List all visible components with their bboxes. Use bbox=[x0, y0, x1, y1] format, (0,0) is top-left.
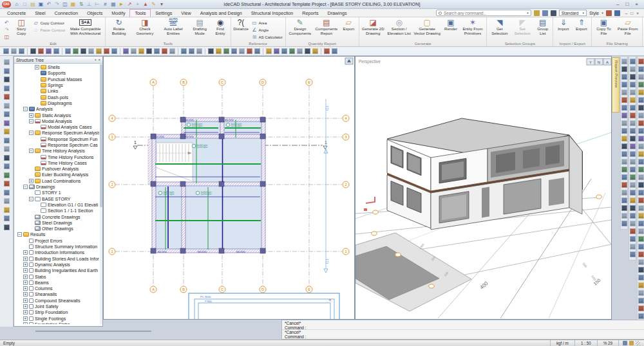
tree-item-building-stories-and-loads-infor[interactable]: +Building Stories And Loads Infor bbox=[15, 256, 99, 262]
checkbox[interactable] bbox=[29, 316, 33, 321]
tool-icon[interactable] bbox=[4, 215, 10, 221]
tool-icon[interactable] bbox=[630, 66, 636, 72]
tool-icon[interactable] bbox=[247, 48, 252, 54]
home-icon[interactable]: ⌂ bbox=[14, 1, 20, 8]
tool-icon[interactable] bbox=[4, 111, 10, 117]
tool-icon[interactable] bbox=[638, 251, 644, 257]
child-close-button[interactable]: × bbox=[636, 11, 639, 15]
expander-icon[interactable]: + bbox=[23, 310, 28, 314]
tool-icon[interactable] bbox=[638, 244, 644, 250]
expander-icon[interactable]: + bbox=[23, 275, 28, 279]
expander-icon[interactable]: + bbox=[35, 65, 39, 69]
tree-item-links[interactable]: Links bbox=[15, 88, 99, 94]
tool-icon[interactable] bbox=[638, 136, 644, 141]
tool-icon[interactable] bbox=[189, 48, 194, 54]
expander-icon[interactable]: + bbox=[23, 298, 28, 303]
tool-icon[interactable] bbox=[216, 48, 222, 54]
tool-icon[interactable] bbox=[289, 48, 295, 54]
import-button[interactable]: ⇓Import bbox=[554, 18, 572, 32]
tool-icon[interactable] bbox=[621, 182, 627, 188]
flag-icon[interactable]: ▲ bbox=[142, 1, 149, 8]
tool-icon[interactable] bbox=[196, 48, 202, 54]
tool-icon[interactable] bbox=[621, 82, 627, 87]
tool-icon[interactable] bbox=[223, 48, 229, 54]
tool-icon[interactable] bbox=[638, 113, 644, 118]
generate-vector-drawing-button[interactable]: ▢Generate Vector Drawing bbox=[413, 18, 442, 35]
tool-icon[interactable] bbox=[638, 159, 644, 165]
tool-icon[interactable] bbox=[638, 259, 644, 265]
tool-icon[interactable] bbox=[638, 120, 644, 126]
tool-icon[interactable] bbox=[297, 48, 303, 54]
tool-icon[interactable] bbox=[630, 174, 636, 180]
checkbox[interactable] bbox=[29, 262, 33, 267]
command-search[interactable]: ▾ bbox=[436, 10, 531, 16]
drafting-mode-button[interactable]: ▤Drafting Mode bbox=[189, 18, 211, 35]
entity-from-primitives-button[interactable]: ✶Entity From Primitives bbox=[460, 18, 486, 35]
copy-to-file-button[interactable]: ▣Copy To File bbox=[593, 18, 614, 35]
tree-item-response-spectrum-analysis[interactable]: −Response Spectrum Analysis bbox=[15, 130, 99, 136]
tool-icon[interactable] bbox=[181, 48, 187, 54]
expander-icon[interactable]: + bbox=[29, 113, 33, 118]
tree-item-time-history-functions[interactable]: Time History Functions bbox=[15, 154, 99, 159]
style-label[interactable]: Style bbox=[589, 11, 599, 15]
axes-icon[interactable]: # bbox=[102, 1, 109, 8]
expander-icon[interactable]: − bbox=[29, 131, 33, 135]
tool-icon[interactable] bbox=[38, 48, 44, 54]
tab-structural-inspection[interactable]: Structural Inspection bbox=[247, 9, 298, 17]
tool-icon[interactable] bbox=[4, 129, 10, 134]
render-button[interactable]: ▣Render bbox=[442, 18, 460, 32]
tool-icon[interactable] bbox=[621, 89, 627, 95]
tree-item-base-story[interactable]: −BASE STORY bbox=[15, 196, 99, 202]
area-button[interactable]: ▭Area bbox=[251, 19, 284, 26]
expander-icon[interactable]: − bbox=[23, 185, 28, 189]
tool-icon[interactable] bbox=[621, 59, 627, 64]
qat-dropdown-arrow[interactable]: ▾ bbox=[158, 1, 165, 8]
tree-item-load-combinations[interactable]: +Load Combinations bbox=[15, 178, 99, 184]
tool-icon[interactable] bbox=[638, 74, 644, 80]
child-minimize-button[interactable]: – bbox=[625, 11, 628, 15]
tool-icon[interactable] bbox=[630, 136, 636, 141]
tool-icon[interactable] bbox=[266, 48, 272, 54]
paste-from-file-button[interactable]: ▱Paste From File bbox=[615, 18, 641, 35]
viewport-restore-icon[interactable] bbox=[345, 58, 353, 64]
tool-icon[interactable] bbox=[4, 138, 10, 143]
tab-tools[interactable]: Tools bbox=[129, 9, 151, 17]
tool-icon[interactable] bbox=[638, 313, 644, 319]
tool-icon[interactable] bbox=[630, 151, 636, 157]
story-copy-button[interactable]: ◫Story Copy bbox=[12, 18, 31, 35]
tool-icon[interactable] bbox=[630, 167, 636, 172]
tree-item-modal-analysis[interactable]: −Modal Analysis bbox=[15, 118, 99, 124]
tool-icon[interactable] bbox=[621, 151, 627, 157]
tool-icon[interactable] bbox=[630, 190, 636, 196]
tool-icon[interactable] bbox=[4, 94, 10, 100]
tool-icon[interactable] bbox=[630, 197, 636, 203]
tree-item-shells[interactable]: +Shells bbox=[15, 64, 99, 70]
mini-tool-button[interactable]: ↷ bbox=[3, 26, 11, 33]
tool-icon[interactable] bbox=[4, 190, 10, 196]
tool-icon[interactable] bbox=[638, 305, 644, 311]
expander-icon[interactable]: + bbox=[23, 286, 28, 291]
expander-icon[interactable]: + bbox=[23, 280, 28, 285]
checkbox[interactable] bbox=[29, 250, 33, 255]
tool-icon[interactable] bbox=[621, 159, 627, 165]
tool-icon[interactable] bbox=[621, 97, 627, 103]
report-preview-tab[interactable]: Report Preview bbox=[612, 57, 620, 113]
tool-icon[interactable] bbox=[621, 190, 627, 196]
tool-icon[interactable] bbox=[138, 48, 144, 54]
tool-icon[interactable] bbox=[146, 48, 152, 54]
tool-icon[interactable] bbox=[621, 213, 627, 219]
tool-icon[interactable] bbox=[638, 97, 644, 103]
tool-icon[interactable] bbox=[630, 236, 636, 242]
checkbox[interactable] bbox=[29, 286, 33, 291]
tool-icon[interactable] bbox=[4, 198, 10, 204]
tool-icon[interactable] bbox=[638, 267, 644, 273]
tool-icon[interactable] bbox=[621, 174, 627, 180]
tool-icon[interactable] bbox=[638, 143, 644, 149]
tool-icon[interactable] bbox=[621, 74, 627, 80]
brush-icon[interactable] bbox=[606, 10, 612, 16]
tab-objects[interactable]: Objects bbox=[82, 9, 107, 17]
status-tool-icon[interactable] bbox=[623, 341, 627, 345]
tool-icon[interactable] bbox=[638, 105, 644, 111]
tool-icon[interactable] bbox=[630, 113, 636, 118]
tool-icon[interactable] bbox=[80, 48, 86, 54]
